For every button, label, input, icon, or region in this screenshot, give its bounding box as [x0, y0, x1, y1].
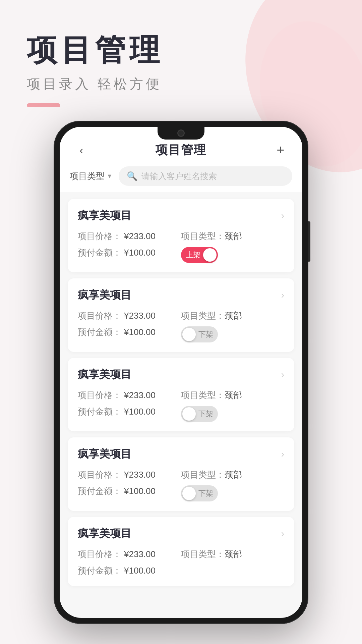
card-left: 项目价格： ¥233.00 预付金额： ¥100.00: [78, 469, 181, 501]
filter-arrow-icon: ▼: [107, 173, 113, 180]
project-card[interactable]: 疯享美项目 › 项目价格： ¥233.00 预付金额： ¥100.00: [68, 199, 294, 272]
prepay-row: 预付金额： ¥100.00: [78, 406, 181, 418]
chevron-right-icon: ›: [281, 290, 284, 301]
card-right: 项目类型： 颈部 下架: [181, 469, 284, 501]
search-placeholder: 请输入客户姓名搜索: [141, 171, 217, 182]
accent-bar: [27, 103, 60, 107]
project-name: 疯享美项目: [78, 208, 131, 223]
page-header: 项目管理 项目录入 轻松方便: [27, 34, 164, 107]
card-left: 项目价格： ¥233.00 预付金额： ¥100.00: [78, 230, 181, 263]
type-label: 项目类型：: [181, 469, 225, 481]
toggle-off-button[interactable]: 下架: [181, 326, 218, 342]
toggle-off-label: 下架: [198, 409, 213, 419]
search-icon: 🔍: [127, 171, 137, 181]
toggle-knob: [203, 248, 217, 262]
app-title: 项目管理: [156, 142, 206, 158]
chevron-right-icon: ›: [281, 449, 284, 460]
project-name: 疯享美项目: [78, 526, 131, 541]
project-card-partial[interactable]: 疯享美项目 › 项目价格： ¥233.00 预付金额： ¥100.00: [68, 517, 294, 586]
search-box[interactable]: 🔍 请输入客户姓名搜索: [119, 166, 292, 186]
card-header: 疯享美项目 ›: [78, 447, 284, 462]
type-value: 颈部: [225, 389, 242, 401]
toggle-on-label: 上架: [186, 250, 200, 260]
card-right: 项目类型： 颈部: [181, 548, 284, 577]
card-body: 项目价格： ¥233.00 预付金额： ¥100.00 项目类型：: [78, 230, 284, 263]
project-name: 疯享美项目: [78, 288, 131, 303]
chevron-right-icon: ›: [281, 528, 284, 539]
type-row: 项目类型： 颈部: [181, 469, 242, 481]
toggle-off-button[interactable]: 下架: [181, 485, 218, 501]
prepay-value: ¥100.00: [124, 407, 156, 417]
type-value: 颈部: [225, 548, 242, 560]
prepay-row: 预付金额： ¥100.00: [78, 485, 181, 497]
back-button[interactable]: ‹: [73, 142, 90, 159]
price-row: 项目价格： ¥233.00: [78, 389, 181, 401]
toggle-on-button[interactable]: 上架: [181, 247, 218, 263]
filter-type-button[interactable]: 项目类型 ▼: [70, 170, 113, 182]
card-body: 项目价格： ¥233.00 预付金额： ¥100.00 项目类型：: [78, 389, 284, 422]
project-name: 疯享美项目: [78, 447, 131, 462]
phone-frame: ‹ 项目管理 + 项目类型 ▼ 🔍 请输入客户姓名搜索: [54, 121, 308, 624]
type-row: 项目类型： 颈部: [181, 548, 242, 560]
type-value: 颈部: [225, 230, 242, 242]
price-value: ¥233.00: [124, 470, 156, 480]
type-label: 项目类型：: [181, 548, 225, 560]
side-button: [308, 221, 310, 262]
price-label: 项目价格：: [78, 548, 121, 560]
phone-notch: [158, 127, 204, 140]
price-value: ¥233.00: [124, 231, 156, 241]
toggle-knob: [182, 487, 196, 500]
price-row: 项目价格： ¥233.00: [78, 469, 181, 481]
price-label: 项目价格：: [78, 230, 121, 242]
card-body: 项目价格： ¥233.00 预付金额： ¥100.00 项目类型：: [78, 469, 284, 501]
type-label: 项目类型：: [181, 310, 225, 322]
type-row: 项目类型： 颈部: [181, 230, 242, 242]
price-row: 项目价格： ¥233.00: [78, 310, 181, 322]
project-card[interactable]: 疯享美项目 › 项目价格： ¥233.00 预付金额： ¥100.00: [68, 437, 294, 511]
project-card[interactable]: 疯享美项目 › 项目价格： ¥233.00 预付金额： ¥100.00: [68, 358, 294, 431]
type-value: 颈部: [225, 469, 242, 481]
card-header: 疯享美项目 ›: [78, 526, 284, 541]
card-left: 项目价格： ¥233.00 预付金额： ¥100.00: [78, 548, 181, 577]
card-header: 疯享美项目 ›: [78, 288, 284, 303]
chevron-right-icon: ›: [281, 369, 284, 380]
card-left: 项目价格： ¥233.00 预付金额： ¥100.00: [78, 389, 181, 422]
toggle-off-label: 下架: [198, 488, 213, 498]
type-row: 项目类型： 颈部: [181, 310, 242, 322]
card-body: 项目价格： ¥233.00 预付金额： ¥100.00 项目类型：: [78, 548, 284, 577]
price-row: 项目价格： ¥233.00: [78, 548, 181, 560]
toggle-off-button[interactable]: 下架: [181, 406, 218, 422]
prepay-value: ¥100.00: [124, 248, 156, 258]
card-left: 项目价格： ¥233.00 预付金额： ¥100.00: [78, 310, 181, 342]
card-right: 项目类型： 颈部 下架: [181, 389, 284, 422]
add-button[interactable]: +: [272, 142, 289, 159]
card-header: 疯享美项目 ›: [78, 367, 284, 382]
filter-bar: 项目类型 ▼ 🔍 请输入客户姓名搜索: [60, 160, 302, 192]
prepay-value: ¥100.00: [124, 327, 156, 337]
prepay-row: 预付金额： ¥100.00: [78, 326, 181, 338]
card-body: 项目价格： ¥233.00 预付金额： ¥100.00 项目类型：: [78, 310, 284, 342]
prepay-label: 预付金额：: [78, 326, 121, 338]
price-label: 项目价格：: [78, 310, 121, 322]
price-value: ¥233.00: [124, 390, 156, 400]
type-row: 项目类型： 颈部: [181, 389, 242, 401]
prepay-label: 预付金额：: [78, 565, 121, 577]
price-label: 项目价格：: [78, 469, 121, 481]
page-main-title: 项目管理: [27, 34, 164, 67]
prepay-value: ¥100.00: [124, 486, 156, 496]
camera-dot: [177, 129, 185, 137]
project-list: 疯享美项目 › 项目价格： ¥233.00 预付金额： ¥100.00: [60, 192, 302, 593]
card-right: 项目类型： 颈部 下架: [181, 310, 284, 342]
page-sub-title: 项目录入 轻松方便: [27, 75, 164, 93]
prepay-label: 预付金额：: [78, 485, 121, 497]
type-label: 项目类型：: [181, 230, 225, 242]
prepay-label: 预付金额：: [78, 406, 121, 418]
price-row: 项目价格： ¥233.00: [78, 230, 181, 242]
project-name: 疯享美项目: [78, 367, 131, 382]
card-right: 项目类型： 颈部 上架: [181, 230, 284, 263]
prepay-label: 预付金额：: [78, 247, 121, 259]
phone-mockup: ‹ 项目管理 + 项目类型 ▼ 🔍 请输入客户姓名搜索: [54, 121, 308, 624]
project-card[interactable]: 疯享美项目 › 项目价格： ¥233.00 预付金额： ¥100.00: [68, 278, 294, 352]
filter-type-label: 项目类型: [70, 170, 105, 182]
chevron-right-icon: ›: [281, 210, 284, 221]
